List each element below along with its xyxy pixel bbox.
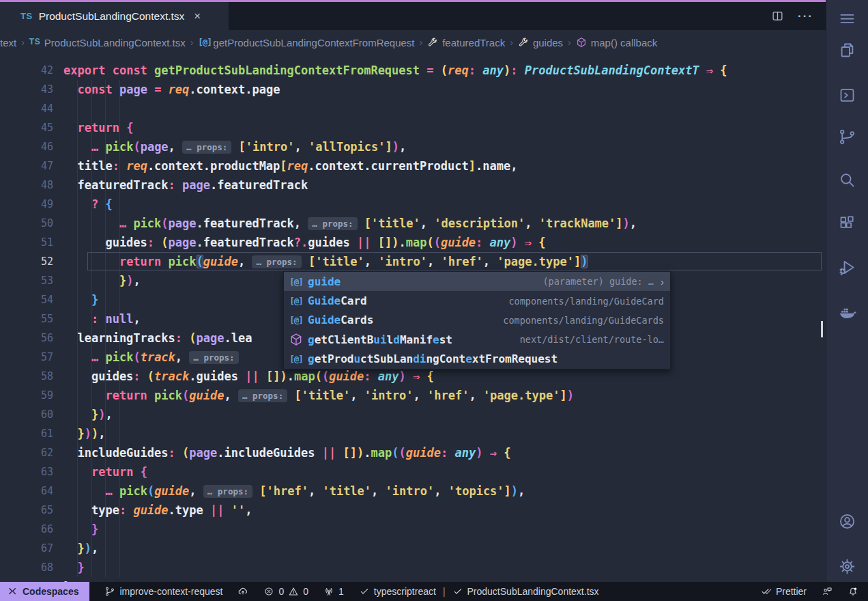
code-line-65[interactable]: 65 type: guide.type || '', — [0, 501, 826, 520]
token: ⇒ — [490, 446, 497, 460]
token: ] — [469, 159, 476, 173]
code-line-44[interactable]: 44 — [0, 99, 826, 118]
line-number: 54 — [0, 290, 53, 309]
status-codespaces[interactable]: Codespaces — [0, 582, 89, 601]
sidebar-settings-icon[interactable] — [836, 555, 859, 578]
breadcrumb-item-text[interactable]: text — [0, 37, 16, 48]
sidebar-extensions-icon[interactable] — [836, 212, 859, 235]
token: , — [413, 389, 426, 402]
sidebar-search-icon[interactable] — [836, 168, 859, 191]
code-line-62[interactable]: 62 includeGuides: (page.includeGuides ||… — [0, 443, 826, 462]
token: return — [91, 465, 133, 479]
code-line-50[interactable]: 50 … pick(page.featuredTrack, … props: [… — [0, 214, 826, 233]
token: : — [147, 236, 154, 249]
status-feedback[interactable] — [822, 582, 833, 601]
breadcrumb-item-guides[interactable]: guides — [518, 37, 563, 48]
code-line-43[interactable]: 43 const page = req.context.page — [0, 80, 826, 99]
code-line-64[interactable]: 64 … pick(guide, … props: ['href', 'titl… — [0, 481, 826, 501]
code-line-51[interactable]: 51 guides: (page.featuredTrack?.guides |… — [0, 233, 826, 252]
breadcrumb-item-featuredtrack[interactable]: featuredTrack — [427, 37, 505, 48]
breadcrumb-item-getproductsublandingcontextfromrequest[interactable]: [@]getProductSubLandingContextFromReques… — [198, 37, 414, 48]
sidebar-run-debug-icon[interactable] — [836, 255, 859, 279]
token: ) — [392, 236, 399, 249]
code-line-49[interactable]: 49 ? { — [0, 195, 826, 214]
token: ] — [504, 484, 511, 498]
token: : — [169, 446, 175, 460]
suggestion-guidecards[interactable]: [@]GuideCardscomponents/landing/GuideCar… — [284, 311, 670, 330]
sidebar-source-control-icon[interactable] — [836, 125, 859, 148]
code-line-46[interactable]: 46 … pick(page, … props: ['intro', 'allT… — [0, 137, 826, 156]
code-line-68[interactable]: 68 } — [0, 558, 826, 577]
token: map — [371, 446, 392, 460]
status-ports[interactable]: 1 — [323, 582, 344, 601]
suggestion-label: guide — [308, 275, 341, 288]
code-line-48[interactable]: 48 featuredTrack: page.featuredTrack — [0, 176, 826, 195]
token: ) — [504, 64, 510, 77]
account-icon — [838, 512, 856, 531]
token — [175, 178, 182, 192]
sidebar-terminal-icon[interactable] — [836, 83, 859, 107]
scrollbar-thumb[interactable] — [821, 321, 823, 337]
tab-productsublandingcontext[interactable]: TS ProductSubLandingContext.tsx × — [0, 2, 229, 30]
code-text: const page = req.context.page — [63, 80, 280, 99]
token: } — [77, 427, 84, 441]
sidebar-copy-files-icon[interactable] — [836, 38, 859, 61]
token — [371, 369, 378, 383]
code-line-60[interactable]: 60 }), — [0, 405, 826, 424]
more-actions-icon[interactable]: ··· — [798, 10, 813, 23]
token: } — [91, 408, 98, 421]
suggestion-expand-chevron-icon[interactable]: › — [661, 276, 664, 288]
sidebar-account-icon[interactable] — [836, 509, 859, 533]
tab-close-icon[interactable]: × — [194, 10, 201, 23]
token: title — [63, 159, 113, 173]
token: 'topics' — [448, 484, 504, 498]
wrench-icon — [518, 37, 529, 48]
terminal-icon — [838, 86, 856, 104]
code-text: })), — [63, 424, 105, 443]
status-notifications[interactable] — [848, 582, 858, 601]
suggestion-label: getProductSubLandingContextFromRequest — [308, 352, 558, 365]
status-sync[interactable] — [237, 582, 248, 601]
status-prettier[interactable]: Prettier — [761, 582, 807, 601]
token — [434, 64, 441, 77]
status-branch[interactable]: improve-context-request — [104, 582, 222, 601]
code-line-45[interactable]: 45 return { — [0, 118, 826, 137]
token — [126, 216, 133, 230]
token: 'description' — [434, 216, 525, 230]
token: .type — [169, 503, 203, 517]
token: , — [308, 484, 322, 498]
breadcrumb-item-map-callback[interactable]: map() callback — [576, 37, 658, 48]
code-line-59[interactable]: 59 return pick(guide, … props: ['title',… — [0, 386, 826, 405]
code-line-47[interactable]: 47 title: req.context.productMap[req.con… — [0, 156, 826, 176]
code-line-52[interactable]: 52 return pick(guide, … props: ['title',… — [0, 252, 826, 271]
token: ) — [476, 446, 482, 460]
token: .includeGuides — [217, 446, 315, 460]
status-problems[interactable]: 0 0 — [263, 582, 308, 601]
line-number: 49 — [0, 195, 53, 214]
run-debug-icon — [838, 258, 856, 277]
token: ( — [161, 216, 168, 230]
breadcrumb-item-productsublandingcontext-tsx[interactable]: TSProductSubLandingContext.tsx — [29, 37, 186, 48]
sidebar-menu-icon[interactable] — [836, 7, 859, 30]
token — [497, 446, 504, 460]
token: any — [482, 64, 504, 77]
code-line-69[interactable]: 69} — [0, 577, 826, 582]
suggestion-guidecard[interactable]: [@]GuideCardcomponents/landing/GuideCard — [284, 291, 670, 310]
token: { — [504, 446, 510, 460]
code-line-63[interactable]: 63 return { — [0, 462, 826, 481]
token: 'title' — [371, 216, 420, 230]
suggestion-getclientbuildmanifest[interactable]: getClientBuildManifestnext/dist/client/r… — [284, 330, 670, 349]
split-editor-icon[interactable] — [771, 10, 784, 23]
suggestion-guide[interactable]: [@]guide(parameter) guide: …› — [284, 272, 670, 291]
status-language[interactable]: typescriptreact | ProductSubLandingConte… — [359, 582, 599, 601]
code-line-61[interactable]: 61 })), — [0, 424, 826, 443]
suggestion-getproductsublandingcontextfromrequest[interactable]: [@]getProductSubLandingContextFromReques… — [284, 350, 670, 369]
code-line-58[interactable]: 58 guides: (track.guides || []).map((gui… — [0, 367, 826, 386]
sidebar-docker-icon[interactable] — [836, 300, 859, 324]
token: [ — [239, 140, 246, 154]
token: ] — [616, 216, 622, 230]
code-line-42[interactable]: 42export const getProductSubLandingConte… — [0, 61, 826, 80]
token — [63, 350, 91, 364]
code-line-67[interactable]: 67 }), — [0, 539, 826, 558]
code-line-66[interactable]: 66 } — [0, 520, 826, 539]
